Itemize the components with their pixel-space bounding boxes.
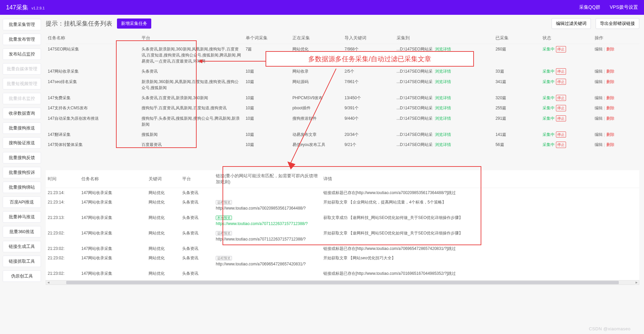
log-cell: 147网站收录采集 (79, 253, 147, 269)
edit-link[interactable]: 编辑 (595, 106, 603, 110)
scroll-right-icon[interactable]: ► (634, 281, 639, 285)
status-gathering: 采集中 (542, 106, 555, 110)
task-cell: 13/450个 (343, 93, 395, 103)
link-qq-group[interactable]: 采集QQ群 (579, 4, 601, 10)
task-ops: 编辑|删除 (593, 44, 640, 67)
stop-button[interactable]: 停止 (556, 46, 566, 52)
stop-button[interactable]: 停止 (556, 142, 566, 148)
edit-link[interactable]: 编辑 (595, 96, 603, 100)
stop-button[interactable]: 停止 (556, 132, 566, 138)
filter-keywords-button[interactable]: 编辑过滤关键词 (552, 18, 591, 29)
log-link[interactable]: http://www.toutiao.com/a7071122637157712… (216, 237, 306, 242)
browse-link[interactable]: 浏览详情 (435, 142, 451, 147)
sidebar-item-9[interactable]: 批量搜狗反馈 (3, 152, 41, 163)
task-cell: 易优eyou发布工具 (290, 140, 343, 150)
log-cell: 网站优化 (147, 269, 180, 278)
log-cell: 147网站收录采集 (79, 244, 147, 253)
remote-preview-badge[interactable]: 远程预览 (216, 200, 232, 205)
edit-link[interactable]: 编辑 (595, 116, 603, 121)
sidebar-item-14[interactable]: 批量360推送 (3, 226, 41, 237)
task-cell: 33篇 (493, 66, 540, 77)
scroll-left-icon[interactable]: ◄ (46, 281, 51, 285)
task-cell: 10篇 (244, 129, 290, 140)
log-cell: 网站优化 (147, 244, 180, 253)
task-cell-to: ...D:\147SEO网站采 浏览详情 (395, 103, 493, 113)
stop-button[interactable]: 停止 (556, 68, 566, 75)
delete-link[interactable]: 删除 (606, 132, 614, 137)
sidebar-item-8[interactable]: 搜狗验证推送 (3, 137, 41, 149)
app-brand: 147采集 (6, 4, 28, 11)
status-gathering: 采集中 (542, 96, 555, 100)
log-cell: 147网站收录采集 (79, 213, 147, 228)
link-vps-dial[interactable]: VPS拨号设置 (610, 4, 638, 10)
stop-button[interactable]: 停止 (556, 95, 566, 101)
sidebar-item-0[interactable]: 批量采集管理 (3, 19, 41, 30)
export-errors-button[interactable]: 导出全部错误链接 (596, 18, 639, 29)
delete-link[interactable]: 删除 (606, 79, 614, 84)
edit-link[interactable]: 编辑 (595, 142, 603, 147)
log-link-cell (214, 188, 321, 197)
sidebar-item-15[interactable]: 链接生成工具 (3, 241, 41, 252)
sidebar-item-7[interactable]: 批量搜狗推送 (3, 122, 41, 134)
log-link[interactable]: http://www.toutiao.com/a7002098535617364… (216, 206, 306, 211)
log-cell: 头条资讯 (180, 228, 214, 244)
sidebar-item-1[interactable]: 批量发布管理 (3, 34, 41, 45)
edit-link[interactable]: 编辑 (595, 79, 603, 84)
task-cell: 搜狗知乎,头条资讯,搜狐新闻,搜狗公众号,腾讯新闻,新浪新闻 (139, 113, 244, 129)
stop-button[interactable]: 停止 (556, 105, 566, 111)
scroll-thumb[interactable] (66, 281, 619, 284)
sidebar-item-16[interactable]: 链接抓取工具 (3, 256, 41, 267)
remote-preview-badge[interactable]: 远程预览 (216, 231, 232, 235)
task-col: 平台 (139, 32, 244, 44)
task-cell: 20/34个 (343, 129, 395, 140)
local-preview-badge[interactable]: 本地预览 (216, 216, 232, 220)
log-col: 时间 (46, 170, 79, 188)
log-cell: 网站优化 (147, 188, 180, 197)
task-col: 采集到 (395, 32, 493, 44)
edit-link[interactable]: 编辑 (595, 132, 603, 137)
sidebar-item-17[interactable]: 伪原创工具 (3, 270, 41, 282)
sidebar-item-2[interactable]: 发布站点监控 (3, 48, 41, 60)
sidebar-item-6[interactable]: 收录数据查询 (3, 108, 41, 119)
delete-link[interactable]: 删除 (606, 142, 614, 147)
log-link-cell: 远程预览http://www.toutiao.com/a706965472865… (214, 253, 321, 269)
delete-link[interactable]: 删除 (606, 96, 614, 100)
delete-link[interactable]: 删除 (606, 116, 614, 121)
log-col: 链接(量小的网站可能没有匹配，如需要可群内反馈增加规则) (214, 170, 321, 188)
sidebar-item-13[interactable]: 批量神马推送 (3, 211, 41, 223)
sidebar-item-12[interactable]: 百度API推送 (3, 196, 41, 208)
delete-link[interactable]: 删除 (606, 47, 614, 51)
log-link[interactable]: http://www.toutiao.com/a7069654728657420… (216, 262, 306, 266)
browse-link[interactable]: 浏览详情 (435, 132, 451, 137)
task-cell: 10篇 (244, 140, 290, 150)
log-col: 平台 (180, 170, 214, 188)
status-gathering: 采集中 (542, 132, 555, 137)
task-table: 任务名称平台单个词采集正在采集导入关键词采集到已采集状态操作 147SEO网站采… (46, 32, 639, 150)
horizontal-scrollbar[interactable]: ◄ ► (46, 280, 639, 285)
task-status: 采集中停止 (540, 66, 593, 77)
log-cell: 21:23:13: (46, 213, 79, 228)
delete-link[interactable]: 删除 (606, 106, 614, 110)
task-row: 147seo排名采集新浪新闻,360新闻,凤凰新闻,百度知道,搜狗资讯,搜狗公众… (46, 77, 639, 93)
browse-link[interactable]: 浏览详情 (435, 106, 451, 110)
sidebar-item-10[interactable]: 批量搜狗投诉 (3, 167, 41, 178)
stop-button[interactable]: 停止 (556, 115, 566, 122)
browse-link[interactable]: 浏览详情 (435, 96, 451, 100)
task-cell: 百度最资讯 (139, 140, 244, 150)
stop-button[interactable]: 停止 (556, 79, 566, 85)
log-row: 21:23:02:147网站收录采集网站优化头条资讯链接或标题已存在[http:… (46, 244, 639, 253)
log-cell: 21:23:02: (46, 253, 79, 269)
new-task-button[interactable]: 新增采集任务 (117, 18, 151, 29)
browse-link[interactable]: 浏览详情 (435, 79, 451, 84)
delete-link[interactable]: 删除 (606, 69, 614, 74)
edit-link[interactable]: 编辑 (595, 47, 603, 51)
browse-link[interactable]: 浏览详情 (435, 116, 451, 121)
browse-link[interactable]: 浏览详情 (435, 47, 451, 51)
log-cell: 147网站收录采集 (79, 197, 147, 213)
browse-link[interactable]: 浏览详情 (435, 69, 451, 74)
sidebar-item-11[interactable]: 批量搜狗绑站 (3, 182, 41, 193)
log-link[interactable]: https://www.toutiao.com/a707112263715771… (216, 221, 308, 226)
task-row: 147简体转繁体采集百度最资讯10篇易优eyou发布工具9/21个...D:\1… (46, 140, 639, 150)
edit-link[interactable]: 编辑 (595, 69, 603, 74)
remote-preview-badge[interactable]: 远程预览 (216, 256, 232, 260)
